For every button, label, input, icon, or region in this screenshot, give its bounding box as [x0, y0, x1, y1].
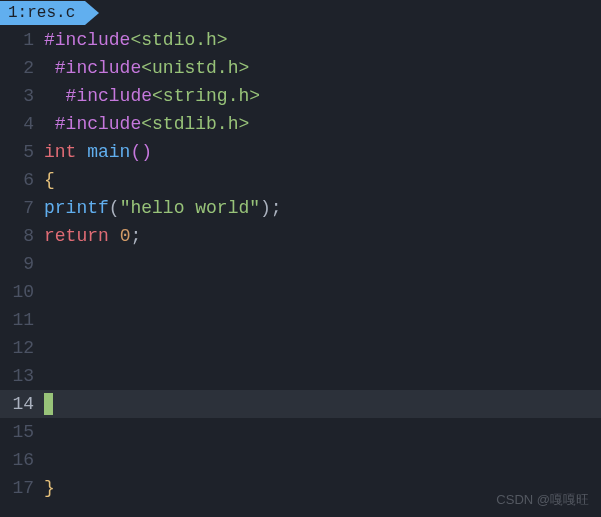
code-line[interactable]: 2 #include<unistd.h>	[0, 54, 601, 82]
code-line[interactable]: 7printf("hello world");	[0, 194, 601, 222]
line-content: #include<stdlib.h>	[44, 114, 249, 134]
line-number: 11	[0, 310, 44, 330]
line-content: #include<stdio.h>	[44, 30, 228, 50]
code-line[interactable]: 16	[0, 446, 601, 474]
line-number: 6	[0, 170, 44, 190]
line-number: 15	[0, 422, 44, 442]
tab-bar: 1: res.c	[0, 0, 601, 26]
code-area[interactable]: 1#include<stdio.h>2 #include<unistd.h>3 …	[0, 26, 601, 517]
code-line[interactable]: 8return 0;	[0, 222, 601, 250]
line-number: 2	[0, 58, 44, 78]
line-content: return 0;	[44, 226, 141, 246]
code-line[interactable]: 4 #include<stdlib.h>	[0, 110, 601, 138]
code-line[interactable]: 15	[0, 418, 601, 446]
line-content: #include<unistd.h>	[44, 58, 249, 78]
code-line[interactable]: 10	[0, 278, 601, 306]
code-line[interactable]: 14	[0, 390, 601, 418]
line-number: 10	[0, 282, 44, 302]
line-number: 13	[0, 366, 44, 386]
code-editor: 1: res.c 1#include<stdio.h>2 #include<un…	[0, 0, 601, 517]
watermark: CSDN @嘎嘎旺	[496, 491, 589, 509]
line-content: }	[44, 478, 55, 498]
line-number: 17	[0, 478, 44, 498]
line-number: 12	[0, 338, 44, 358]
line-number: 5	[0, 142, 44, 162]
code-line[interactable]: 9	[0, 250, 601, 278]
line-number: 16	[0, 450, 44, 470]
code-line[interactable]: 12	[0, 334, 601, 362]
line-number: 7	[0, 198, 44, 218]
line-content	[44, 393, 53, 415]
file-tab[interactable]: 1: res.c	[0, 1, 85, 25]
line-number: 9	[0, 254, 44, 274]
code-line[interactable]: 13	[0, 362, 601, 390]
code-line[interactable]: 11	[0, 306, 601, 334]
line-content: int main()	[44, 142, 152, 162]
line-number: 14	[0, 394, 44, 414]
line-number: 8	[0, 226, 44, 246]
code-line[interactable]: 5int main()	[0, 138, 601, 166]
line-content: {	[44, 170, 55, 190]
line-number: 4	[0, 114, 44, 134]
tab-index: 1	[8, 4, 18, 22]
line-number: 1	[0, 30, 44, 50]
line-number: 3	[0, 86, 44, 106]
line-content: #include<string.h>	[44, 86, 260, 106]
cursor	[44, 393, 53, 415]
code-line[interactable]: 1#include<stdio.h>	[0, 26, 601, 54]
code-line[interactable]: 6{	[0, 166, 601, 194]
line-content: printf("hello world");	[44, 198, 282, 218]
code-line[interactable]: 3 #include<string.h>	[0, 82, 601, 110]
tab-filename: res.c	[27, 4, 75, 22]
